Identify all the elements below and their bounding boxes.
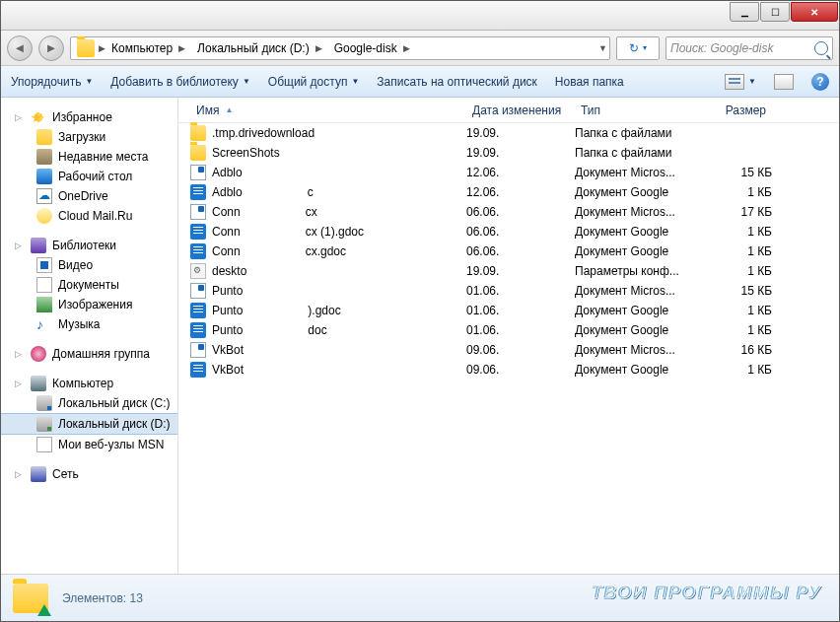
search-input[interactable]: Поиск: Google-disk — [665, 36, 833, 60]
sidebar-item-drive-d[interactable]: Локальный диск (D:) — [1, 413, 177, 435]
file-date: 01.06. — [466, 304, 575, 317]
file-size: 15 КБ — [703, 284, 772, 298]
share-menu[interactable]: Общий доступ▼ — [268, 75, 360, 89]
file-type: Документ Google — [575, 185, 703, 199]
file-row[interactable]: Puntodoc01.06.Документ Google1 КБ — [178, 320, 839, 340]
sidebar-item-documents[interactable]: Документы — [1, 275, 177, 295]
maximize-button[interactable] — [760, 2, 790, 22]
sidebar-item-downloads[interactable]: Загрузки — [1, 127, 177, 147]
hdd-icon — [36, 416, 52, 432]
back-button[interactable]: ◄ — [7, 35, 33, 61]
documents-icon — [36, 277, 52, 293]
minimize-button[interactable] — [730, 2, 759, 22]
pictures-icon — [36, 297, 52, 312]
file-date: 19.09. — [466, 126, 575, 140]
file-name-suffix: ).gdoc — [308, 304, 340, 317]
help-button[interactable]: ? — [811, 73, 829, 91]
chevron-right-icon[interactable]: ▶ — [99, 43, 105, 53]
organize-menu[interactable]: Упорядочить▼ — [11, 75, 93, 89]
sidebar-item-video[interactable]: Видео — [1, 255, 177, 275]
file-row[interactable]: deskto19.09.Параметры конф...1 КБ — [178, 261, 839, 281]
file-type-icon — [190, 184, 206, 200]
new-folder-button[interactable]: Новая папка — [555, 75, 624, 89]
chevron-down-icon[interactable]: ▼ — [598, 43, 607, 53]
file-size: 16 КБ — [703, 343, 772, 357]
views-icon — [725, 74, 744, 90]
sidebar-libraries[interactable]: ▷Библиотеки — [1, 236, 177, 255]
window-controls — [730, 2, 838, 22]
breadcrumb[interactable]: ▶ Компьютер▶ Локальный диск (D:)▶ Google… — [70, 36, 610, 60]
sidebar-favorites[interactable]: ▷Избранное — [1, 107, 177, 127]
column-header-type[interactable]: Тип — [575, 104, 703, 117]
sidebar-item-msn[interactable]: Мои веб-узлы MSN — [1, 435, 177, 454]
file-row[interactable]: VkBot09.06.Документ Micros...16 КБ — [178, 340, 839, 360]
file-size: 15 КБ — [703, 166, 772, 179]
file-row[interactable]: Conncx06.06.Документ Micros...17 КБ — [178, 202, 839, 222]
sidebar-item-recent[interactable]: Недавние места — [1, 147, 177, 167]
preview-pane-button[interactable] — [774, 74, 794, 90]
file-type: Документ Google — [575, 304, 703, 317]
sidebar-item-drive-c[interactable]: Локальный диск (C:) — [1, 393, 177, 413]
downloads-icon — [36, 129, 52, 145]
file-date: 12.06. — [466, 185, 575, 199]
file-row[interactable]: Conncx (1).gdoc06.06.Документ Google1 КБ — [178, 222, 839, 242]
sidebar-item-music[interactable]: Музыка — [1, 314, 177, 334]
status-text: Элементов: 13 — [62, 591, 143, 605]
file-type: Документ Micros... — [575, 284, 703, 298]
sidebar-item-cloudmail[interactable]: Cloud Mail.Ru — [1, 206, 177, 226]
sidebar-homegroup[interactable]: ▷Домашняя группа — [1, 344, 177, 364]
sidebar-item-pictures[interactable]: Изображения — [1, 295, 177, 314]
file-row[interactable]: ScreenShots19.09.Папка с файлами — [178, 143, 839, 163]
file-row[interactable]: Punto01.06.Документ Micros...15 КБ — [178, 281, 839, 301]
file-name-suffix: cx — [306, 205, 317, 219]
file-date: 09.06. — [466, 363, 575, 377]
file-type-icon — [190, 263, 206, 279]
file-name: Adblo — [212, 166, 243, 179]
folder-icon — [77, 39, 95, 57]
file-row[interactable]: VkBot09.06.Документ Google1 КБ — [178, 360, 839, 380]
breadcrumb-segment[interactable]: Google-disk▶ — [328, 41, 416, 55]
network-icon — [31, 466, 46, 482]
forward-button[interactable]: ► — [38, 35, 64, 61]
refresh-button[interactable]: ↻ ▾ — [616, 36, 660, 60]
breadcrumb-segment[interactable]: Компьютер▶ — [105, 41, 191, 55]
navigation-pane: ▷Избранное Загрузки Недавние места Рабоч… — [1, 98, 178, 574]
cloudmail-icon — [36, 208, 52, 224]
desktop-icon — [36, 169, 52, 184]
column-header-name[interactable]: Имя▲ — [190, 104, 466, 117]
burn-button[interactable]: Записать на оптический диск — [377, 75, 537, 89]
breadcrumb-segment[interactable]: Локальный диск (D:)▶ — [191, 41, 328, 55]
file-row[interactable]: Punto).gdoc01.06.Документ Google1 КБ — [178, 301, 839, 320]
computer-icon — [31, 376, 46, 391]
file-row[interactable]: Adbloc12.06.Документ Google1 КБ — [178, 182, 839, 202]
close-button[interactable] — [791, 2, 838, 22]
file-row[interactable]: Adblo12.06.Документ Micros...15 КБ — [178, 163, 839, 182]
sort-ascending-icon: ▲ — [225, 105, 233, 114]
view-options-button[interactable]: ▼ — [725, 74, 756, 90]
file-type: Документ Micros... — [575, 205, 703, 219]
file-date: 19.09. — [466, 264, 575, 278]
add-to-library-menu[interactable]: Добавить в библиотеку▼ — [110, 75, 249, 89]
gdrive-badge-icon — [37, 604, 51, 616]
file-row[interactable]: Conncx.gdoc06.06.Документ Google1 КБ — [178, 242, 839, 261]
file-size: 1 КБ — [703, 225, 772, 239]
star-icon — [31, 109, 46, 125]
file-type: Папка с файлами — [575, 146, 703, 160]
column-header-size[interactable]: Размер — [703, 104, 772, 117]
column-headers: Имя▲ Дата изменения Тип Размер — [178, 98, 839, 123]
file-type-icon — [190, 322, 206, 338]
page-icon — [36, 437, 52, 452]
file-type: Документ Google — [575, 225, 703, 239]
onedrive-icon — [36, 188, 52, 204]
file-row[interactable]: .tmp.drivedownload19.09.Папка с файлами — [178, 123, 839, 143]
file-date: 19.09. — [466, 146, 575, 160]
file-type-icon — [190, 125, 206, 141]
sidebar-network[interactable]: ▷Сеть — [1, 464, 177, 484]
sidebar-item-onedrive[interactable]: OneDrive — [1, 186, 177, 206]
watermark: ТВОИ ПРОГРАММЫ РУ — [591, 582, 821, 603]
column-header-date[interactable]: Дата изменения — [466, 104, 575, 117]
sidebar-item-desktop[interactable]: Рабочий стол — [1, 167, 177, 186]
file-type-icon — [190, 362, 206, 378]
file-date: 06.06. — [466, 225, 575, 239]
sidebar-computer[interactable]: ▷Компьютер — [1, 374, 177, 393]
